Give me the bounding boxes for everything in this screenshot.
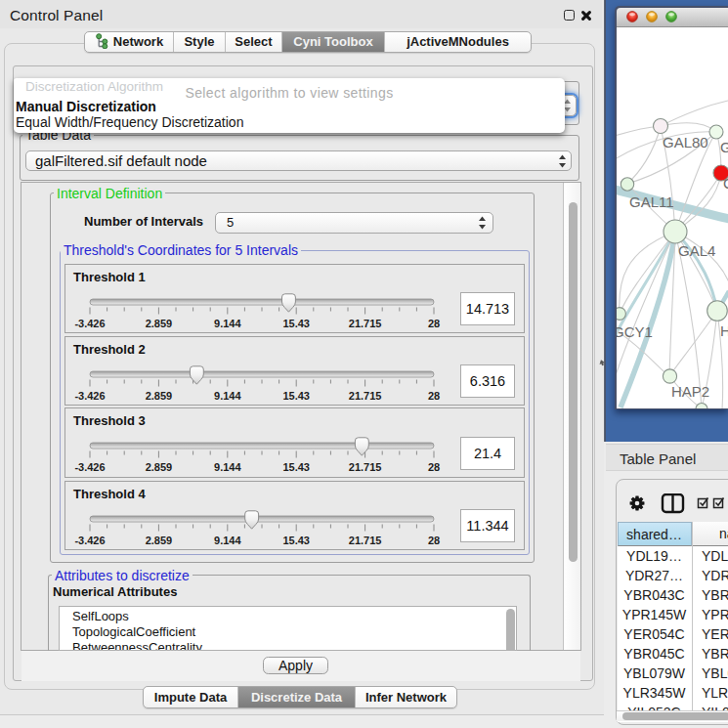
svg-text:2.859: 2.859 bbox=[146, 318, 173, 329]
svg-text:28: 28 bbox=[428, 535, 440, 546]
svg-text:9.144: 9.144 bbox=[214, 318, 241, 329]
svg-text:28: 28 bbox=[428, 318, 440, 329]
svg-text:-3.426: -3.426 bbox=[74, 318, 105, 329]
svg-text:GAL80: GAL80 bbox=[663, 134, 708, 150]
svg-text:15.43: 15.43 bbox=[282, 318, 310, 329]
svg-text:H: H bbox=[720, 322, 728, 339]
svg-text:15.43: 15.43 bbox=[282, 390, 310, 402]
svg-text:21.715: 21.715 bbox=[349, 390, 382, 402]
svg-text:GAL4: GAL4 bbox=[678, 242, 715, 259]
svg-text:-3.426: -3.426 bbox=[74, 461, 105, 473]
svg-text:-3.426: -3.426 bbox=[74, 535, 105, 546]
svg-text:21.715: 21.715 bbox=[349, 535, 382, 546]
svg-text:21.715: 21.715 bbox=[349, 318, 382, 329]
svg-text:28: 28 bbox=[428, 461, 440, 473]
svg-text:28: 28 bbox=[428, 390, 440, 402]
svg-text:15.43: 15.43 bbox=[282, 535, 310, 546]
svg-text:9.144: 9.144 bbox=[214, 461, 241, 473]
svg-text:21.715: 21.715 bbox=[349, 461, 382, 473]
svg-text:GAL11: GAL11 bbox=[629, 193, 674, 210]
svg-text:2.859: 2.859 bbox=[146, 461, 173, 473]
svg-text:GCY1: GCY1 bbox=[617, 323, 653, 340]
svg-text:9.144: 9.144 bbox=[214, 535, 241, 546]
svg-text:GA: GA bbox=[720, 139, 728, 155]
svg-text:2.859: 2.859 bbox=[146, 390, 173, 402]
svg-text:2.859: 2.859 bbox=[146, 535, 173, 546]
svg-text:C: C bbox=[723, 175, 728, 192]
svg-text:-3.426: -3.426 bbox=[74, 390, 105, 402]
svg-text:9.144: 9.144 bbox=[214, 390, 241, 402]
svg-text:HAP2: HAP2 bbox=[671, 383, 709, 400]
svg-text:15.43: 15.43 bbox=[282, 461, 310, 473]
